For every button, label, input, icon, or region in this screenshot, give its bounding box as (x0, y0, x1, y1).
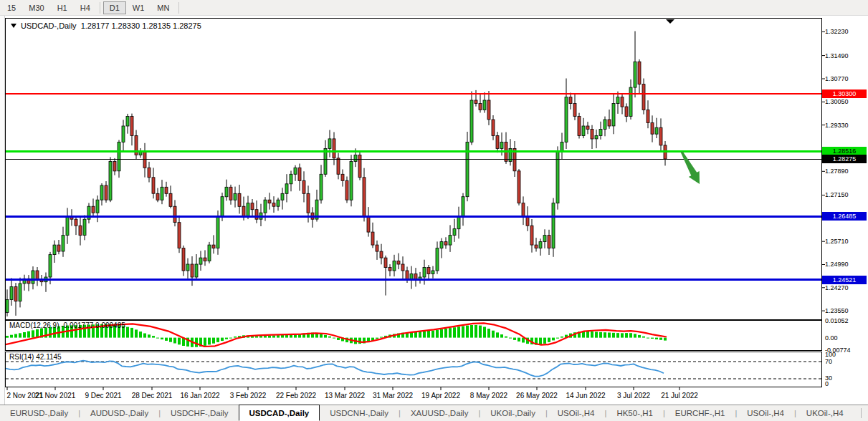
tab-hk50-h1[interactable]: HK50-,H1 (606, 405, 663, 421)
chart-tab-bar: EURUSD-,Daily|AUDUSD-,Daily|USDCHF-,Dail… (0, 405, 868, 421)
chart-symbol-label: USDCAD-,Daily (21, 21, 77, 30)
chart-marker-triangle-icon (11, 24, 16, 28)
tab-nav-separator (861, 408, 862, 418)
tab-usdchf-daily[interactable]: USDCHF-,Daily (161, 405, 239, 421)
tab-usdcnh-daily[interactable]: USDCNH-,Daily (320, 405, 399, 421)
tab-usdcad-daily[interactable]: USDCAD-,Daily (239, 405, 320, 421)
tab-eurusd-daily[interactable]: EURUSD-,Daily (0, 405, 78, 421)
tab-xauusd-daily[interactable]: XAUUSD-,Daily (401, 405, 479, 421)
chart-symbol-title: USDCAD-,Daily 1.28177 1.28330 1.28135 1.… (11, 21, 201, 30)
macd-name: MACD(12,26,9) (9, 321, 59, 329)
tab-usoil-h4[interactable]: USOil-,H4 (737, 405, 794, 421)
rsi-name: RSI(14) (9, 353, 34, 361)
trading-app-window: 15M30H1H4D1W1MN USDCAD-,Daily 1.28177 1.… (0, 0, 868, 421)
tab-ukoil-h4[interactable]: UKOil-,H4 (796, 405, 854, 421)
trend-arrow-annotation[interactable] (681, 151, 700, 184)
rsi-value: 42.1145 (36, 353, 61, 361)
rsi-indicator-label: RSI(14) 42.1145 (9, 353, 62, 361)
tab-ukoil-daily[interactable]: UKOil-,Daily (480, 405, 545, 421)
tab-scroll-controls: ◄► (854, 405, 868, 421)
tab-audusd-daily[interactable]: AUDUSD-,Daily (80, 405, 158, 421)
macd-values: -0.001777 0.000485 (61, 321, 125, 329)
chart-ohlc-values: 1.28177 1.28330 1.28135 1.28275 (81, 21, 201, 30)
chart-shift-marker[interactable] (666, 19, 674, 24)
tab-usoil-h4[interactable]: USOil-,H4 (548, 405, 605, 421)
chart-canvas[interactable] (0, 0, 868, 421)
tab-eurchf-h1[interactable]: EURCHF-,H1 (665, 405, 735, 421)
macd-indicator-label: MACD(12,26,9) -0.001777 0.000485 (9, 321, 125, 329)
